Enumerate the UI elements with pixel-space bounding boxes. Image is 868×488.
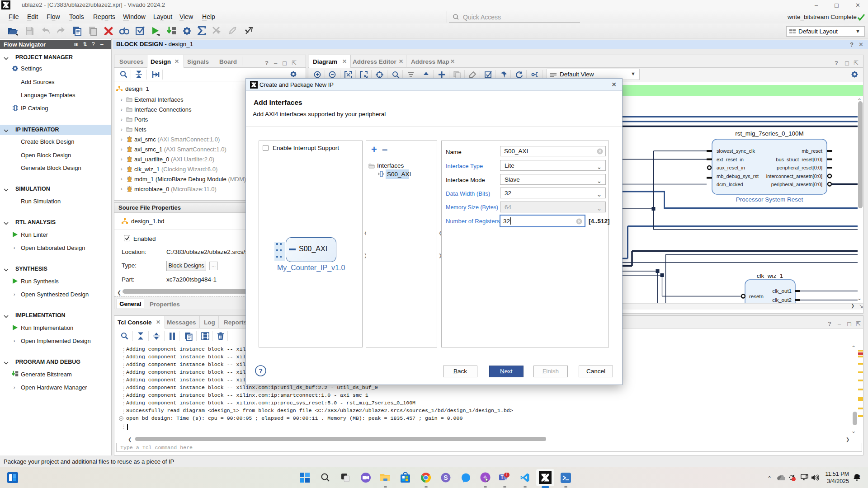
svg-text:clk_out1: clk_out1: [772, 288, 792, 294]
svg-text:Processor System Reset: Processor System Reset: [736, 196, 803, 203]
svg-text:S: S: [443, 474, 448, 481]
svg-text:mb_debug_sys_rst: mb_debug_sys_rst: [717, 174, 759, 179]
svg-text:ext_reset_in: ext_reset_in: [717, 157, 744, 162]
svg-text:mb_reset: mb_reset: [802, 148, 822, 154]
svg-text:aux_reset_in: aux_reset_in: [717, 165, 745, 170]
svg-text:rst_mig_7series_0_100M: rst_mig_7series_0_100M: [735, 130, 804, 137]
svg-text:clk_wiz_1: clk_wiz_1: [757, 272, 783, 279]
svg-text:interconnect_aresetn[0:0]: interconnect_aresetn[0:0]: [766, 174, 822, 179]
svg-text:1: 1: [505, 473, 508, 477]
svg-text:bus_struct_reset[0:0]: bus_struct_reset[0:0]: [776, 157, 822, 162]
svg-text:peripheral_reset[0:0]: peripheral_reset[0:0]: [777, 165, 822, 170]
svg-text:clk_out2: clk_out2: [772, 297, 792, 303]
svg-text:dcm_locked: dcm_locked: [717, 182, 743, 187]
svg-text:resetn: resetn: [749, 294, 764, 299]
svg-text:slowest_sync_clk: slowest_sync_clk: [717, 148, 755, 154]
svg-text:z: z: [859, 474, 860, 477]
svg-text:?: ?: [259, 367, 263, 375]
svg-text:T: T: [500, 475, 503, 480]
svg-text:peripheral_aresetn[0:0]: peripheral_aresetn[0:0]: [771, 182, 822, 187]
